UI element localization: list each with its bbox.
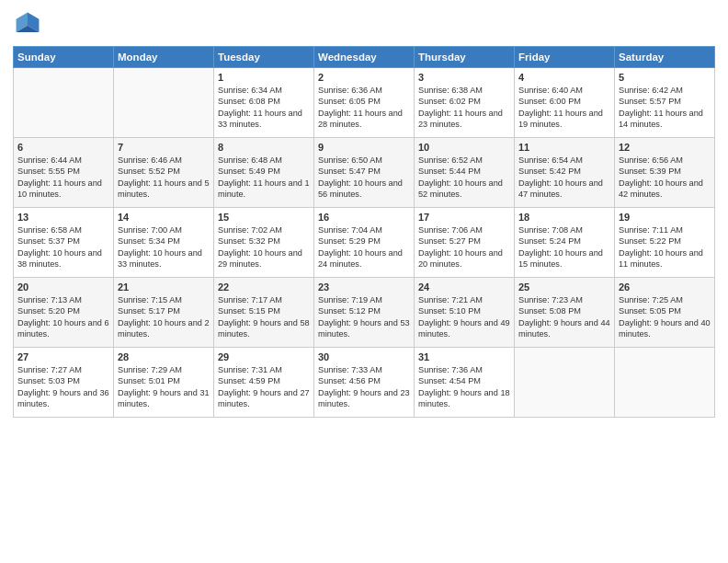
- day-number: 12: [619, 142, 711, 153]
- day-info: Sunrise: 7:25 AM: [619, 294, 711, 305]
- day-info: Daylight: 10 hours and 52 minutes.: [418, 178, 510, 201]
- day-info: Sunrise: 7:08 AM: [518, 224, 610, 236]
- day-number: 13: [17, 212, 109, 223]
- calendar-week-row: 20Sunrise: 7:13 AMSunset: 5:20 PMDayligh…: [14, 278, 715, 348]
- day-info: Sunrise: 7:11 AM: [619, 224, 711, 236]
- day-info: Sunset: 5:03 PM: [17, 375, 109, 386]
- day-number: 17: [418, 212, 510, 223]
- calendar-cell: 28Sunrise: 7:29 AMSunset: 5:01 PMDayligh…: [114, 348, 214, 418]
- day-info: Daylight: 10 hours and 47 minutes.: [518, 178, 610, 201]
- calendar-cell: 31Sunrise: 7:36 AMSunset: 4:54 PMDayligh…: [415, 348, 515, 418]
- day-number: 24: [418, 282, 510, 293]
- day-info: Sunset: 5:39 PM: [619, 166, 711, 177]
- calendar-table: SundayMondayTuesdayWednesdayThursdayFrid…: [13, 46, 715, 418]
- day-info: Sunset: 5:32 PM: [218, 236, 310, 247]
- day-info: Sunrise: 7:04 AM: [318, 224, 410, 236]
- day-info: Daylight: 10 hours and 11 minutes.: [619, 247, 711, 270]
- calendar-cell: 23Sunrise: 7:19 AMSunset: 5:12 PMDayligh…: [314, 278, 415, 348]
- calendar-cell: 24Sunrise: 7:21 AMSunset: 5:10 PMDayligh…: [415, 278, 515, 348]
- header: [13, 9, 715, 39]
- day-number: 31: [418, 351, 510, 362]
- day-info: Daylight: 9 hours and 49 minutes.: [418, 317, 510, 340]
- calendar-cell: 13Sunrise: 6:58 AMSunset: 5:37 PMDayligh…: [14, 208, 114, 278]
- day-info: Daylight: 10 hours and 29 minutes.: [218, 247, 310, 270]
- day-info: Sunrise: 6:50 AM: [318, 155, 410, 166]
- day-info: Sunset: 5:24 PM: [518, 236, 610, 247]
- day-number: 9: [318, 142, 410, 153]
- day-number: 1: [218, 72, 310, 83]
- day-info: Sunrise: 6:42 AM: [619, 85, 711, 96]
- day-number: 28: [118, 351, 210, 362]
- calendar-cell: 7Sunrise: 6:46 AMSunset: 5:52 PMDaylight…: [114, 138, 214, 208]
- day-info: Sunset: 5:01 PM: [118, 375, 210, 386]
- day-info: Sunset: 5:05 PM: [619, 305, 711, 316]
- calendar-cell: 26Sunrise: 7:25 AMSunset: 5:05 PMDayligh…: [615, 278, 715, 348]
- day-info: Sunset: 5:10 PM: [418, 305, 510, 316]
- day-number: 5: [619, 72, 711, 83]
- calendar-cell: 10Sunrise: 6:52 AMSunset: 5:44 PMDayligh…: [415, 138, 515, 208]
- day-info: Sunrise: 6:52 AM: [418, 155, 510, 166]
- calendar-cell: [14, 68, 114, 138]
- day-info: Sunset: 5:47 PM: [318, 166, 410, 177]
- calendar-cell: 5Sunrise: 6:42 AMSunset: 5:57 PMDaylight…: [615, 68, 715, 138]
- day-info: Sunrise: 7:15 AM: [118, 294, 210, 305]
- day-info: Sunset: 5:52 PM: [118, 166, 210, 177]
- day-info: Sunset: 4:56 PM: [318, 375, 410, 386]
- day-number: 18: [518, 212, 610, 223]
- day-number: 20: [17, 282, 109, 293]
- day-info: Sunset: 5:37 PM: [17, 236, 109, 247]
- logo: [13, 9, 46, 39]
- day-info: Daylight: 11 hours and 10 minutes.: [17, 178, 109, 201]
- calendar-cell: 6Sunrise: 6:44 AMSunset: 5:55 PMDaylight…: [14, 138, 114, 208]
- calendar-cell: 19Sunrise: 7:11 AMSunset: 5:22 PMDayligh…: [615, 208, 715, 278]
- day-number: 29: [218, 351, 310, 362]
- day-number: 25: [518, 282, 610, 293]
- day-info: Sunrise: 6:48 AM: [218, 155, 310, 166]
- day-info: Sunrise: 7:29 AM: [118, 364, 210, 375]
- day-info: Sunset: 5:12 PM: [318, 305, 410, 316]
- day-number: 7: [118, 142, 210, 153]
- day-info: Daylight: 9 hours and 53 minutes.: [318, 317, 410, 340]
- calendar-cell: [114, 68, 214, 138]
- calendar-day-header: Friday: [515, 47, 615, 68]
- calendar-cell: 16Sunrise: 7:04 AMSunset: 5:29 PMDayligh…: [314, 208, 415, 278]
- day-info: Daylight: 9 hours and 27 minutes.: [218, 387, 310, 410]
- calendar-cell: [615, 348, 715, 418]
- day-info: Sunrise: 6:34 AM: [218, 85, 310, 96]
- day-info: Daylight: 10 hours and 20 minutes.: [418, 247, 510, 270]
- day-info: Sunset: 5:15 PM: [218, 305, 310, 316]
- day-info: Sunset: 5:27 PM: [418, 236, 510, 247]
- calendar-cell: 18Sunrise: 7:08 AMSunset: 5:24 PMDayligh…: [515, 208, 615, 278]
- day-info: Sunset: 5:17 PM: [118, 305, 210, 316]
- day-number: 26: [619, 282, 711, 293]
- day-info: Daylight: 10 hours and 42 minutes.: [619, 178, 711, 201]
- day-number: 27: [17, 351, 109, 362]
- page: SundayMondayTuesdayWednesdayThursdayFrid…: [0, 0, 728, 563]
- day-info: Sunset: 4:59 PM: [218, 375, 310, 386]
- calendar-cell: 17Sunrise: 7:06 AMSunset: 5:27 PMDayligh…: [415, 208, 515, 278]
- calendar-week-row: 1Sunrise: 6:34 AMSunset: 6:08 PMDaylight…: [14, 68, 715, 138]
- calendar-cell: [515, 348, 615, 418]
- day-info: Sunset: 5:55 PM: [17, 166, 109, 177]
- calendar-cell: 14Sunrise: 7:00 AMSunset: 5:34 PMDayligh…: [114, 208, 214, 278]
- day-info: Sunrise: 7:31 AM: [218, 364, 310, 375]
- calendar-cell: 8Sunrise: 6:48 AMSunset: 5:49 PMDaylight…: [214, 138, 314, 208]
- day-info: Sunrise: 6:56 AM: [619, 155, 711, 166]
- calendar-cell: 27Sunrise: 7:27 AMSunset: 5:03 PMDayligh…: [14, 348, 114, 418]
- calendar-day-header: Thursday: [415, 47, 515, 68]
- day-number: 6: [17, 142, 109, 153]
- day-number: 4: [518, 72, 610, 83]
- day-number: 8: [218, 142, 310, 153]
- calendar-cell: 15Sunrise: 7:02 AMSunset: 5:32 PMDayligh…: [214, 208, 314, 278]
- day-info: Sunset: 5:34 PM: [118, 236, 210, 247]
- day-info: Daylight: 9 hours and 36 minutes.: [17, 387, 109, 410]
- day-number: 16: [318, 212, 410, 223]
- day-info: Sunset: 6:02 PM: [418, 96, 510, 107]
- day-info: Sunrise: 7:33 AM: [318, 364, 410, 375]
- calendar-cell: 2Sunrise: 6:36 AMSunset: 6:05 PMDaylight…: [314, 68, 415, 138]
- day-number: 23: [318, 282, 410, 293]
- day-number: 19: [619, 212, 711, 223]
- day-info: Daylight: 9 hours and 44 minutes.: [518, 317, 610, 340]
- day-info: Sunrise: 6:44 AM: [17, 155, 109, 166]
- day-info: Sunset: 5:20 PM: [17, 305, 109, 316]
